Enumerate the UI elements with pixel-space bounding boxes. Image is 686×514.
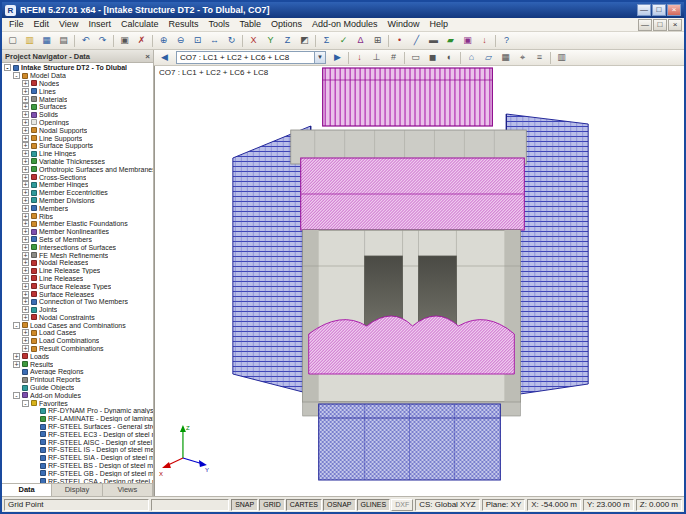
- rotate-view-icon[interactable]: ↻: [223, 33, 240, 48]
- tree-item[interactable]: +Line Releases: [2, 275, 153, 283]
- view-z-icon[interactable]: Z: [279, 33, 296, 48]
- delete-icon[interactable]: ✗: [133, 33, 150, 48]
- tree-item[interactable]: +Result Combinations: [2, 345, 153, 353]
- expand-icon[interactable]: +: [22, 314, 29, 321]
- status-toggle-dxf[interactable]: DXF: [391, 499, 413, 511]
- undo-icon[interactable]: ↶: [77, 33, 94, 48]
- redo-icon[interactable]: ↷: [94, 33, 111, 48]
- previous-loadcase-icon[interactable]: ◀: [156, 50, 173, 65]
- show-loads-icon[interactable]: ↓: [351, 50, 368, 65]
- expand-icon[interactable]: +: [22, 244, 29, 251]
- tree-item[interactable]: +Connection of Two Members: [2, 298, 153, 306]
- tree-item[interactable]: -Model Data: [2, 72, 153, 80]
- grid-toggle-icon[interactable]: ▦: [497, 50, 514, 65]
- panel-close-icon[interactable]: ×: [145, 52, 150, 61]
- loadcase-combo[interactable]: CO7 : LC1 + LC2 + LC6 + LC8 ▼: [176, 51, 326, 64]
- new-surface-icon[interactable]: ▰: [442, 33, 459, 48]
- new-node-icon[interactable]: •: [391, 33, 408, 48]
- tree-item[interactable]: RF-LAMINATE - Design of laminate surface: [2, 415, 153, 423]
- tree-item[interactable]: +Member Nonlinearities: [2, 228, 153, 236]
- save-model-icon[interactable]: ▦: [38, 33, 55, 48]
- tree-item[interactable]: +Surfaces: [2, 103, 153, 111]
- tree-item[interactable]: +Loads: [2, 352, 153, 360]
- new-load-icon[interactable]: ↓: [476, 33, 493, 48]
- tree-item[interactable]: RF-STEEL SIA - Design of steel members a…: [2, 454, 153, 462]
- tree-item[interactable]: +Nodes: [2, 80, 153, 88]
- mdi-close-button[interactable]: ×: [668, 19, 682, 31]
- tree-item[interactable]: +Member Eccentricities: [2, 189, 153, 197]
- control-panel-icon[interactable]: ▥: [553, 50, 570, 65]
- navigator-tab-display[interactable]: Display: [52, 484, 102, 496]
- zoom-in-icon[interactable]: ⊕: [155, 33, 172, 48]
- tree-item[interactable]: RF-STEEL IS - Design of steel members ac…: [2, 446, 153, 454]
- tree-item[interactable]: RF-STEEL AISC - Design of steel members …: [2, 438, 153, 446]
- tree-item[interactable]: +Nodal Releases: [2, 259, 153, 267]
- expand-icon[interactable]: +: [22, 267, 29, 274]
- maximize-button[interactable]: □: [652, 4, 666, 16]
- transparent-mode-icon[interactable]: ◐: [441, 50, 458, 65]
- expand-icon[interactable]: +: [22, 111, 29, 118]
- zoom-window-icon[interactable]: ⊡: [189, 33, 206, 48]
- expand-icon[interactable]: +: [22, 119, 29, 126]
- wireframe-mode-icon[interactable]: ▭: [407, 50, 424, 65]
- tree-item[interactable]: +Nodal Constraints: [2, 314, 153, 322]
- viewport-3d[interactable]: CO7 : LC1 + LC2 + LC6 + LC8: [154, 66, 684, 496]
- work-plane-icon[interactable]: ▱: [480, 50, 497, 65]
- tree-item[interactable]: +Members: [2, 204, 153, 212]
- tree-item[interactable]: RF-STEEL EC3 - Design of steel members a…: [2, 430, 153, 438]
- tree-item[interactable]: +Line Release Types: [2, 267, 153, 275]
- show-numbering-icon[interactable]: #: [385, 50, 402, 65]
- tree-item[interactable]: +Intersections of Surfaces: [2, 243, 153, 251]
- tree-item[interactable]: -Intake Structure DT2 - To Dlubal: [2, 64, 153, 72]
- expand-icon[interactable]: +: [22, 127, 29, 134]
- tree-item[interactable]: +Solids: [2, 111, 153, 119]
- zoom-out-icon[interactable]: ⊖: [172, 33, 189, 48]
- expand-icon[interactable]: +: [22, 205, 29, 212]
- tree-item[interactable]: +Cross-Sections: [2, 173, 153, 181]
- new-solid-icon[interactable]: ▣: [459, 33, 476, 48]
- expand-icon[interactable]: +: [22, 96, 29, 103]
- expand-icon[interactable]: +: [22, 259, 29, 266]
- tree-item[interactable]: RF-STEEL BS - Design of steel members ac…: [2, 462, 153, 470]
- snap-toggle-icon[interactable]: ⌖: [514, 50, 531, 65]
- expand-icon[interactable]: +: [22, 158, 29, 165]
- copy-icon[interactable]: ▣: [116, 33, 133, 48]
- menu-item-add-on-modules[interactable]: Add-on Modules: [307, 18, 383, 31]
- expand-icon[interactable]: +: [22, 298, 29, 305]
- expand-icon[interactable]: +: [22, 181, 29, 188]
- status-toggle-snap[interactable]: SNAP: [231, 499, 258, 511]
- help-icon[interactable]: ?: [498, 33, 515, 48]
- close-button[interactable]: ×: [667, 4, 681, 16]
- tree-item[interactable]: RF-STEEL GB - Design of steel members ac…: [2, 469, 153, 477]
- expand-icon[interactable]: +: [22, 103, 29, 110]
- pan-view-icon[interactable]: ↔: [206, 33, 223, 48]
- tree-item[interactable]: +Line Hinges: [2, 150, 153, 158]
- print-icon[interactable]: ▤: [55, 33, 72, 48]
- tree-item[interactable]: +Materials: [2, 95, 153, 103]
- tree-item[interactable]: +Load Cases: [2, 329, 153, 337]
- expand-icon[interactable]: +: [22, 174, 29, 181]
- expand-icon[interactable]: +: [22, 329, 29, 336]
- tree-item[interactable]: -Load Cases and Combinations: [2, 321, 153, 329]
- expand-icon[interactable]: +: [22, 275, 29, 282]
- tree-item[interactable]: +Variable Thicknesses: [2, 158, 153, 166]
- collapse-icon[interactable]: -: [4, 64, 11, 71]
- expand-icon[interactable]: +: [22, 306, 29, 313]
- collapse-icon[interactable]: -: [13, 392, 20, 399]
- tree-item[interactable]: +Surface Release Types: [2, 282, 153, 290]
- tree-item[interactable]: +Ribs: [2, 212, 153, 220]
- zoom-all-icon[interactable]: ⌂: [463, 50, 480, 65]
- show-supports-icon[interactable]: ⊥: [368, 50, 385, 65]
- solid-mode-icon[interactable]: ◼: [424, 50, 441, 65]
- status-toggle-cartes[interactable]: CARTES: [286, 499, 322, 511]
- expand-icon[interactable]: +: [22, 197, 29, 204]
- tree-item[interactable]: +Member Divisions: [2, 197, 153, 205]
- tree-item[interactable]: +Surface Releases: [2, 290, 153, 298]
- open-model-icon[interactable]: ▥: [21, 33, 38, 48]
- expand-icon[interactable]: +: [22, 80, 29, 87]
- expand-icon[interactable]: +: [22, 142, 29, 149]
- tree-item[interactable]: +Sets of Members: [2, 236, 153, 244]
- expand-icon[interactable]: +: [22, 213, 29, 220]
- chevron-down-icon[interactable]: ▼: [314, 52, 325, 63]
- collapse-icon[interactable]: -: [13, 322, 20, 329]
